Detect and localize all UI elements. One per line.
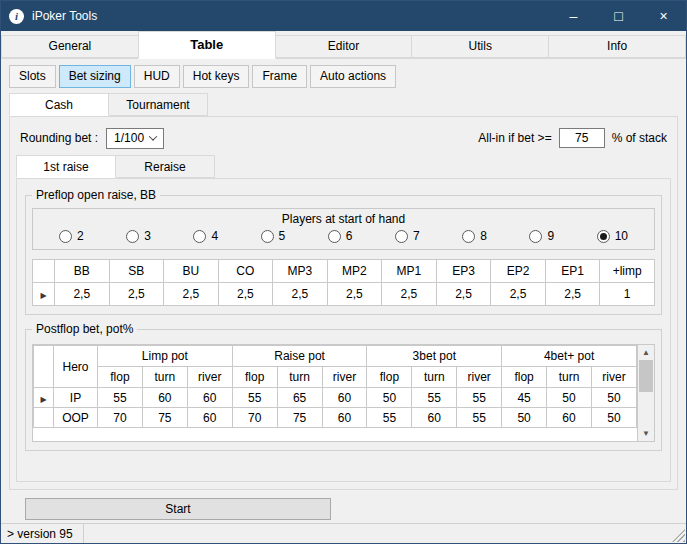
postflop-cell[interactable]: 65 (277, 388, 322, 408)
players-radio-8[interactable]: 8 (462, 229, 487, 243)
radio-label: 5 (279, 229, 286, 243)
players-radio-3[interactable]: 3 (126, 229, 151, 243)
postflop-scrollbar[interactable]: ▲ ▼ (637, 345, 654, 441)
postflop-cell[interactable]: 60 (412, 408, 457, 428)
allin-group: All-in if bet >= 75 % of stack (478, 128, 667, 148)
scrollbar-thumb[interactable] (639, 360, 653, 392)
close-button[interactable]: × (641, 1, 686, 31)
minimize-button[interactable]: – (551, 1, 596, 31)
postflop-cell[interactable]: 75 (277, 408, 322, 428)
hero-cell: OOP (54, 408, 98, 428)
postflop-cell[interactable]: 60 (187, 388, 232, 408)
postflop-cell[interactable]: 50 (591, 408, 636, 428)
subtab-hot-keys[interactable]: Hot keys (183, 65, 250, 88)
scroll-up-icon[interactable]: ▲ (638, 345, 654, 360)
postflop-cell[interactable]: 55 (232, 388, 277, 408)
postflop-cell[interactable]: 60 (187, 408, 232, 428)
rounding-bet-select[interactable]: 1/100 (106, 128, 164, 149)
tab-cash[interactable]: Cash (9, 93, 109, 116)
postflop-cell[interactable]: 75 (142, 408, 187, 428)
maximize-button[interactable]: □ (596, 1, 641, 31)
chevron-down-icon (149, 132, 157, 140)
tab-utils[interactable]: Utils (411, 35, 549, 58)
tab-general[interactable]: General (1, 35, 139, 58)
postflop-cell[interactable]: 70 (98, 408, 143, 428)
players-radio-4[interactable]: 4 (193, 229, 218, 243)
scroll-down-icon[interactable]: ▼ (638, 426, 654, 441)
subtab-frame[interactable]: Frame (252, 65, 307, 88)
preflop-cell[interactable]: 2,5 (273, 283, 328, 306)
postflop-cell[interactable]: 50 (591, 388, 636, 408)
players-radio-2[interactable]: 2 (59, 229, 84, 243)
radio-icon (126, 230, 139, 243)
preflop-col-header: EP1 (545, 260, 600, 283)
preflop-cell[interactable]: 2,5 (327, 283, 382, 306)
rounding-bet-value: 1/100 (114, 131, 144, 145)
tab-reraise[interactable]: Reraise (115, 155, 215, 178)
preflop-cell[interactable]: 2,5 (491, 283, 546, 306)
postflop-grid: Hero Limp pot Raise pot 3bet pot 4bet+ p… (33, 345, 637, 428)
postflop-group: Postflop bet, pot% Hero (25, 329, 662, 451)
table-tab-page: Slots Bet sizing HUD Hot keys Frame Auto… (1, 59, 686, 523)
postflop-cell[interactable]: 60 (142, 388, 187, 408)
allin-label: All-in if bet >= (478, 131, 551, 145)
subtab-hud[interactable]: HUD (134, 65, 180, 88)
postflop-row-oop: OOP 70 75 60 70 75 60 55 60 (34, 408, 637, 428)
players-radio-10[interactable]: 10 (597, 229, 628, 243)
raise-tab-strip: 1st raise Reraise (16, 155, 671, 178)
preflop-col-header: BB (55, 260, 110, 283)
subtab-slots[interactable]: Slots (9, 65, 56, 88)
tab-tournament[interactable]: Tournament (108, 93, 208, 116)
radio-label: 9 (547, 229, 554, 243)
subtab-auto-actions[interactable]: Auto actions (310, 65, 396, 88)
players-radio-5[interactable]: 5 (261, 229, 286, 243)
preflop-cell[interactable]: 2,5 (218, 283, 273, 306)
players-radio-6[interactable]: 6 (328, 229, 353, 243)
preflop-cell[interactable]: 2,5 (436, 283, 491, 306)
players-radio-9[interactable]: 9 (529, 229, 554, 243)
postflop-cell[interactable]: 55 (412, 388, 457, 408)
postflop-cell[interactable]: 50 (502, 408, 547, 428)
titlebar: i iPoker Tools – □ × (1, 1, 686, 31)
info-icon: i (9, 9, 24, 24)
street-header: river (322, 367, 367, 388)
postflop-cell[interactable]: 55 (367, 408, 412, 428)
tab-editor[interactable]: Editor (275, 35, 413, 58)
start-button[interactable]: Start (25, 498, 331, 520)
subtab-bet-sizing[interactable]: Bet sizing (59, 65, 131, 88)
window-title: iPoker Tools (32, 9, 97, 23)
radio-label: 3 (144, 229, 151, 243)
tab-info[interactable]: Info (548, 35, 686, 58)
players-title: Players at start of hand (59, 212, 628, 226)
preflop-cell[interactable]: 2,5 (55, 283, 110, 306)
preflop-col-header: MP2 (327, 260, 382, 283)
postflop-cell[interactable]: 70 (232, 408, 277, 428)
allin-threshold-input[interactable]: 75 (559, 128, 605, 148)
postflop-cell[interactable]: 50 (367, 388, 412, 408)
version-text: > version 95 (7, 527, 73, 541)
first-raise-page: Preflop open raise, BB Players at start … (16, 178, 671, 482)
postflop-cell[interactable]: 50 (547, 388, 592, 408)
preflop-cell[interactable]: 2,5 (109, 283, 164, 306)
players-radio-group: 2 3 4 5 6 7 8 9 10 (59, 229, 628, 243)
radio-icon (193, 230, 206, 243)
postflop-cell[interactable]: 55 (457, 388, 502, 408)
postflop-cell[interactable]: 45 (502, 388, 547, 408)
postflop-cell[interactable]: 60 (322, 408, 367, 428)
postflop-cell[interactable]: 60 (322, 388, 367, 408)
postflop-cell[interactable]: 55 (98, 388, 143, 408)
radio-checked-icon (597, 230, 610, 243)
preflop-cell[interactable]: 2,5 (545, 283, 600, 306)
preflop-cell[interactable]: 2,5 (164, 283, 219, 306)
tab-table[interactable]: Table (138, 31, 276, 59)
tab-1st-raise[interactable]: 1st raise (16, 155, 116, 178)
preflop-cell[interactable]: 2,5 (382, 283, 437, 306)
postflop-cell[interactable]: 55 (457, 408, 502, 428)
players-radio-7[interactable]: 7 (395, 229, 420, 243)
street-header: river (457, 367, 502, 388)
preflop-cell[interactable]: 1 (600, 283, 655, 306)
postflop-cell[interactable]: 60 (547, 408, 592, 428)
resize-grip[interactable] (672, 529, 685, 542)
street-header: turn (142, 367, 187, 388)
radio-label: 2 (77, 229, 84, 243)
